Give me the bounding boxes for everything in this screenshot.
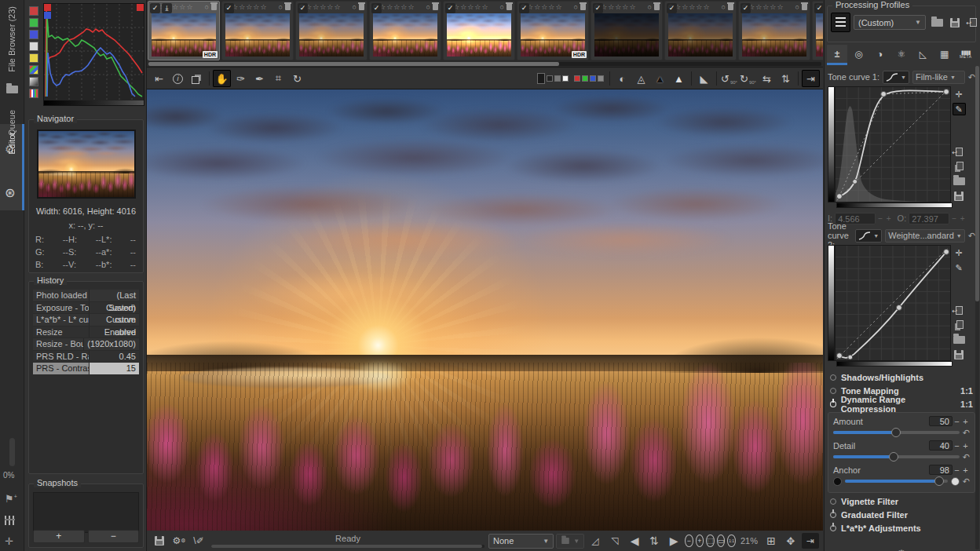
power-off-icon[interactable] [830,374,836,381]
star-icon[interactable]: ☆ [762,3,769,11]
zoom-in-button[interactable]: + [696,535,704,547]
clip-indicator-right-red[interactable] [137,4,144,11]
preview-red-button[interactable] [574,75,580,82]
star-icon[interactable]: ☆ [608,3,614,11]
star-icon[interactable]: ☆ [386,3,393,11]
thumbnail-photo[interactable] [521,13,585,57]
save-image-button[interactable] [151,533,168,549]
star-icon[interactable]: ☆ [689,3,695,11]
tab-raw[interactable]: ▦ [934,45,954,65]
rendering-intent-dropdown[interactable]: ▼ [556,534,584,549]
move-icon[interactable]: ✛ [5,535,13,547]
right-panel-scrollbar[interactable] [975,66,979,549]
crop-tool-button[interactable]: ⌗ [269,70,287,87]
history-row[interactable]: Exposure - Tone c...Custom curve [33,302,139,315]
highlight-clip-warning-button[interactable]: ▲ [670,70,688,87]
filmstrip-thumbnail[interactable]: ⚙ ☆ ☆ ☆ ☆ ☆ ○ ✓ ⤓ HDR [148,1,220,60]
navigator-thumbnail[interactable] [37,130,136,199]
curve-mode-1-dropdown[interactable]: Film-like▼ [912,71,965,84]
new-detail-window-button[interactable]: ⊞ [762,533,780,549]
reset-curve-2-icon[interactable]: ↶ [968,231,975,241]
color-label-icon[interactable]: ○ [500,3,504,11]
star-icon[interactable]: ☆ [334,3,340,11]
star-icon[interactable]: ☆ [541,3,547,11]
star-icon[interactable]: ☆ [755,3,762,11]
star-icon[interactable]: ☆ [393,3,400,11]
reset-curve-1-icon[interactable]: ↶ [968,72,975,82]
history-row[interactable]: PRS RLD - Radius0.45 [33,351,139,363]
anchor-slider[interactable] [845,480,948,483]
star-icon[interactable]: ☆ [246,3,252,11]
color-label-icon[interactable]: ○ [353,3,357,11]
minus-button[interactable]: − [953,465,961,475]
pen-icon[interactable]: ✎ [953,261,966,274]
slider-knob[interactable] [891,428,901,437]
history-row[interactable]: L*a*b* - L* curveCustom curve [33,314,139,327]
history-row[interactable]: Resize - Bounding...(1920x1080) [33,338,139,351]
filmstrip-scroll-thumb[interactable] [148,62,559,66]
preview-green-button[interactable] [582,75,588,82]
star-icon[interactable]: ☆ [474,3,481,11]
trash-icon[interactable] [728,4,733,10]
thumbnail-photo[interactable] [447,13,511,57]
star-icon[interactable]: ☆ [327,3,333,11]
snapshots-list[interactable] [33,492,139,533]
toggle-right-panel-button[interactable]: ⇥ [802,70,820,87]
color-label-icon[interactable]: ○ [722,3,726,11]
power-icon[interactable] [830,512,836,518]
star-icon[interactable]: ☆ [622,3,628,11]
slider-knob[interactable] [934,476,944,486]
flag-add-icon[interactable]: ⚑+ [5,493,17,505]
color-label-icon[interactable]: ○ [648,3,652,11]
straighten-tool-button[interactable]: ↻ [288,70,306,87]
power-on-icon[interactable] [830,401,836,407]
star-icon[interactable]: ☆ [770,3,776,11]
filmstrip-thumbnail[interactable]: ⚙ ☆ ☆ ☆ ☆ ☆ ○ ✓ [591,1,663,60]
save-curve-icon[interactable] [953,348,966,361]
plus-button[interactable]: + [961,441,970,451]
star-icon[interactable]: ☆ [481,3,488,11]
zoom-fit-crop-button[interactable]: ▭ [717,535,726,547]
curve-mode-2-dropdown[interactable]: Weighte...andard▼ [885,229,965,243]
star-icon[interactable]: ☆ [400,3,407,11]
monitor-profile-dropdown[interactable]: None▼ [488,534,554,549]
reset-icon[interactable]: ↶ [963,452,970,462]
copy-curve-icon[interactable] [953,319,966,331]
hide-filmstrip-button[interactable]: ⇥ [802,533,819,549]
trash-icon[interactable] [211,4,217,10]
filmstrip-thumbnail[interactable]: ⚙ ☆ ☆ ☆ ☆ ☆ ○ ✓ [664,1,737,60]
zoom-fit-button[interactable]: ⬚ [706,535,715,547]
lab-adjustments-expander[interactable]: L*a*b* Adjustments [828,522,975,535]
star-icon[interactable]: ☆ [460,3,466,11]
preview-blue-button[interactable] [590,75,596,82]
star-icon[interactable]: ☆ [615,3,621,11]
load-profile-button[interactable] [929,15,945,31]
trash-icon[interactable] [433,4,438,10]
thumbnail-photo[interactable] [225,13,290,57]
reset-icon[interactable]: ↶ [963,476,970,487]
star-icon[interactable]: ☆ [555,3,561,11]
tab-metadata[interactable]: ▮▮▮▮META [956,45,976,65]
filmstrip-scrollbar[interactable] [148,62,821,66]
star-icon[interactable]: ☆ [172,3,178,11]
star-icon[interactable]: ☆ [534,3,540,11]
slider-knob[interactable] [889,452,898,462]
star-icon[interactable]: ☆ [260,3,266,11]
tab-editor[interactable]: Editor [7,132,16,155]
filmstrip-thumbnail[interactable]: ⚙ ☆ ☆ ☆ ☆ ☆ ○ ✓ [812,1,823,60]
curve-1-plot[interactable] [835,86,951,203]
load-curve-icon[interactable] [953,334,966,346]
scroll-thumb[interactable] [975,66,979,301]
star-icon[interactable]: ☆ [548,3,554,11]
star-icon[interactable]: ☆ [408,3,414,11]
fullscreen-button[interactable]: ✥ [782,533,799,549]
star-icon[interactable]: ☆ [239,3,245,11]
filmstrip-thumbnail[interactable]: ⚙ ☆ ☆ ☆ ☆ ☆ ○ ✓ [295,1,368,60]
histogram-red-toggle[interactable] [29,6,38,16]
tab-detail[interactable]: ◎ [848,45,868,65]
star-icon[interactable]: ☆ [467,3,474,11]
curve-type-2-dropdown[interactable]: ▼ [855,229,882,243]
sharpen-mask-button[interactable]: ◐ [613,70,631,87]
edit-point-icon[interactable]: ✛ [953,246,966,259]
amount-value[interactable]: 50 [929,416,953,426]
